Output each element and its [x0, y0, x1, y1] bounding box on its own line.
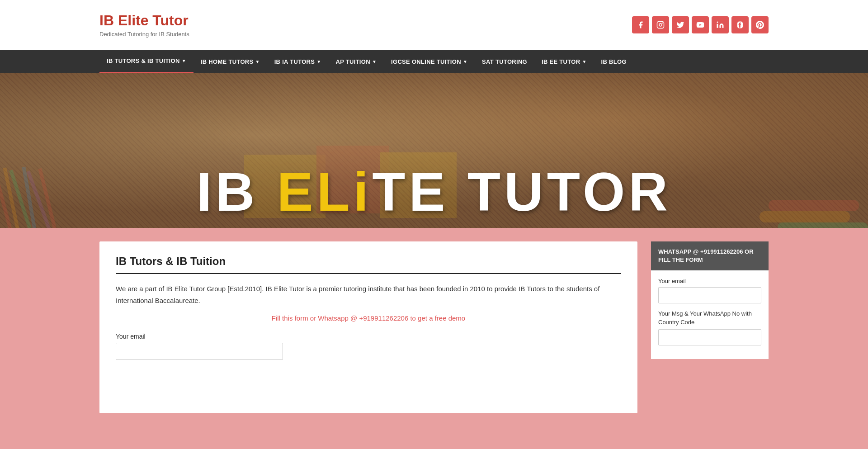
nav-item-ib-ee-tutor[interactable]: IB EE TUTOR ▼	[534, 50, 594, 73]
chevron-down-icon: ▼	[372, 59, 377, 64]
instagram-icon[interactable]	[652, 16, 669, 33]
chevron-down-icon: ▼	[182, 58, 186, 63]
svg-point-2	[662, 23, 663, 24]
chevron-down-icon: ▼	[463, 59, 467, 64]
chevron-down-icon: ▼	[316, 59, 321, 64]
hero-title-elite: ELi	[277, 161, 372, 222]
right-email-label: Your email	[658, 278, 761, 284]
main-nav: IB TUTORS & IB TUITION ▼ IB HOME TUTORS …	[0, 50, 868, 73]
hero-banner: IB ELiTE TUTOR	[0, 73, 868, 228]
right-msg-label: Your Msg & Your WhatsApp No with Country…	[658, 310, 761, 326]
whatsapp-header: WHATSAPP @ +919911262206 OR FILL THE FOR…	[651, 241, 769, 270]
svg-rect-17	[778, 222, 868, 228]
pinterest-icon[interactable]	[751, 16, 769, 33]
email-input[interactable]	[116, 343, 283, 360]
tumblr-icon[interactable]	[731, 16, 749, 33]
svg-point-5	[717, 22, 718, 23]
linkedin-icon[interactable]	[712, 16, 729, 33]
social-icons-bar	[632, 16, 769, 33]
main-content: IB Tutors & IB Tuition We are a part of …	[0, 228, 868, 427]
chevron-down-icon: ▼	[255, 59, 259, 64]
site-title[interactable]: IB Elite Tutor	[99, 12, 189, 28]
nav-item-ib-ia-tutors[interactable]: IB IA TUTORS ▼	[267, 50, 329, 73]
nav-item-ib-blog[interactable]: IB BLOG	[594, 50, 634, 73]
right-email-input[interactable]	[658, 287, 761, 303]
hero-title: IB ELiTE TUTOR	[197, 165, 671, 219]
site-header: IB Elite Tutor Dedicated Tutoring for IB…	[0, 0, 868, 50]
card-description: We are a part of IB Elite Tutor Group [E…	[116, 283, 621, 306]
nav-item-ib-home-tutors[interactable]: IB HOME TUTORS ▼	[193, 50, 267, 73]
cta-link[interactable]: Fill this form or Whatsapp @ +9199112622…	[116, 314, 621, 322]
nav-item-igcse[interactable]: IGCSE ONLINE TUITION ▼	[384, 50, 475, 73]
svg-rect-0	[657, 22, 664, 28]
hero-title-tutor: TUTOR	[467, 161, 671, 222]
chevron-down-icon: ▼	[582, 59, 586, 64]
right-contact-card: WHATSAPP @ +919911262206 OR FILL THE FOR…	[651, 241, 769, 413]
svg-rect-11	[38, 168, 57, 228]
card-title: IB Tutors & IB Tuition	[116, 255, 621, 274]
right-msg-input[interactable]	[658, 329, 761, 345]
site-branding: IB Elite Tutor Dedicated Tutoring for IB…	[99, 12, 189, 38]
svg-point-1	[659, 24, 662, 26]
nav-item-ib-tutors[interactable]: IB TUTORS & IB TUITION ▼	[99, 50, 193, 73]
hero-title-ib: IB	[197, 161, 277, 222]
right-card-body: Your email Your Msg & Your WhatsApp No w…	[651, 270, 769, 359]
twitter-icon[interactable]	[672, 16, 689, 33]
youtube-icon[interactable]	[692, 16, 709, 33]
site-tagline: Dedicated Tutoring for IB Students	[99, 31, 189, 38]
nav-item-ap-tuition[interactable]: AP TUITION ▼	[328, 50, 384, 73]
hero-title-te: TE	[372, 161, 467, 222]
svg-rect-16	[760, 211, 850, 222]
svg-rect-4	[717, 24, 718, 28]
left-content-card: IB Tutors & IB Tuition We are a part of …	[99, 241, 637, 413]
facebook-icon[interactable]	[632, 16, 649, 33]
svg-rect-15	[769, 200, 859, 211]
email-label: Your email	[116, 333, 621, 340]
nav-item-sat-tutoring[interactable]: SAT TUTORING	[475, 50, 534, 73]
